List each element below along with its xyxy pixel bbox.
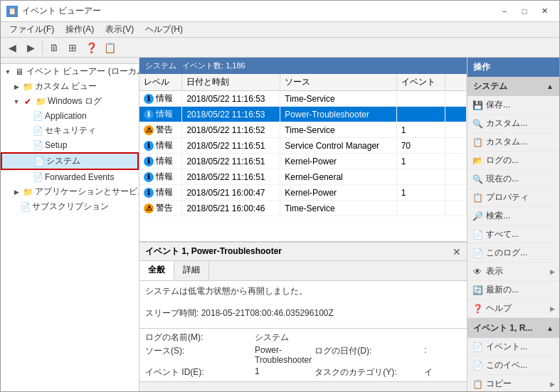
window-title: イベント ビューアー — [22, 5, 101, 17]
tree-node-app[interactable]: 📄 Application — [1, 109, 139, 123]
field-value-source: Power-Troubleshooter — [255, 345, 312, 365]
table-row[interactable]: ℹ情報 2018/05/22 11:16:51 Kernel-Power 1 — [139, 154, 467, 169]
toggle-forwarded — [23, 171, 32, 183]
action-event-detail-label: イベント... — [486, 341, 527, 353]
action-all[interactable]: 📄 すべて... — [467, 226, 559, 244]
menu-action[interactable]: 操作(A) — [60, 22, 100, 37]
table-row[interactable]: ℹ情報 2018/05/22 11:16:53 Time-Service — [139, 91, 467, 107]
actions-section-event-title: イベント 1, R... — [473, 322, 532, 334]
table-row[interactable]: ⚠警告 2018/05/22 11:16:52 Time-Service 1 — [139, 122, 467, 138]
custom2-icon: 📋 — [472, 137, 483, 148]
action-copy[interactable]: 📋 コピー ▶ — [467, 375, 559, 391]
field-value-taskcategory: イ — [424, 366, 461, 378]
main-content: ▼ 🖥 イベント ビューアー (ローカル) ▶ 📁 カスタム ビュー ▼ ✔ 📁… — [1, 58, 559, 391]
current-icon: 🔍 — [472, 174, 483, 185]
detail-message-2: スリープ時間: 2018-05-21T08:00:46.035296100Z — [145, 307, 461, 319]
properties-icon: 📋 — [472, 192, 483, 203]
tree-node-forwarded[interactable]: 📄 Forwarded Events — [1, 170, 139, 184]
tree-node-system[interactable]: 📄 システム — [1, 152, 139, 170]
tab-detail[interactable]: 詳細 — [174, 261, 209, 280]
tree-node-subscriptions[interactable]: 📄 サブスクリプション — [1, 199, 139, 214]
toggle-root: ▼ — [2, 66, 14, 78]
action-logopen[interactable]: 📂 ログの... — [467, 152, 559, 170]
menu-file[interactable]: ファイル(F) — [4, 22, 60, 37]
toolbar-btn3[interactable]: ❓ — [83, 40, 100, 55]
event-count-label: イベント数: 1,186 — [182, 60, 245, 71]
actions-section-system-header[interactable]: 操作 — [467, 58, 559, 77]
field-value-logname: システム — [255, 332, 312, 344]
actions-section-event-header[interactable]: イベント 1, R... ▲ — [467, 319, 559, 338]
menu-help[interactable]: ヘルプ(H) — [139, 22, 189, 37]
toolbar-btn1[interactable]: 🗎 — [46, 40, 63, 55]
maximize-button[interactable]: □ — [515, 4, 534, 18]
icon-winlogs: ✔ — [22, 96, 33, 107]
toolbar-back[interactable]: ◀ — [4, 40, 21, 55]
table-row[interactable]: ⚠警告 2018/05/21 16:00:46 Time-Service — [139, 201, 467, 216]
icon-setup: 📄 — [32, 139, 43, 151]
minimize-button[interactable]: − — [495, 4, 514, 18]
field-label-taskcategory: タスクのカテゴリ(Y): — [315, 366, 421, 378]
col-datetime: 日付と時刻 — [182, 74, 280, 91]
action-search[interactable]: 🔎 検索... — [467, 207, 559, 226]
action-view[interactable]: 👁 表示 ▶ — [467, 263, 559, 281]
toggle-setup — [23, 139, 32, 151]
action-this-event[interactable]: 📄 このイベ... — [467, 356, 559, 375]
tree-node-winlogs[interactable]: ▼ ✔ 📁 Windows ログ — [1, 94, 139, 109]
toolbar-btn2[interactable]: ⊞ — [64, 40, 81, 55]
actions-section-system-subheader[interactable]: システム ▲ — [467, 77, 559, 96]
action-current[interactable]: 🔍 現在の... — [467, 170, 559, 189]
cell-task — [445, 91, 467, 107]
toolbar-forward[interactable]: ▶ — [22, 40, 39, 55]
table-row[interactable]: ℹ情報 2018/05/22 11:16:51 Kernel-General — [139, 169, 467, 185]
label-custom: カスタム ビュー — [35, 80, 97, 92]
tree-node-appsvc[interactable]: ▶ 📁 アプリケーションとサービス ログ — [1, 184, 139, 199]
action-save[interactable]: 💾 保存... — [467, 96, 559, 115]
cell-source: Kernel-General — [280, 169, 396, 185]
icon-root: 🖥 — [14, 66, 25, 78]
tree-node-setup[interactable]: 📄 Setup — [1, 138, 139, 152]
action-properties[interactable]: 📋 プロパティ — [467, 189, 559, 207]
toolbar-btn4[interactable]: 📋 — [101, 40, 118, 55]
toolbar: ◀ ▶ 🗎 ⊞ ❓ 📋 — [1, 38, 559, 58]
tab-general[interactable]: 全般 — [139, 261, 174, 280]
close-button[interactable]: ✕ — [535, 4, 554, 18]
action-this-event-label: このイベ... — [486, 359, 527, 371]
action-help-label: ヘルプ — [486, 302, 512, 314]
toolbar-separator-1 — [42, 41, 43, 54]
tree-node-security[interactable]: 📄 セキュリティ — [1, 123, 139, 138]
cell-eventid: 70 — [396, 138, 445, 154]
action-save-label: 保存... — [486, 99, 510, 111]
action-event-detail[interactable]: 📄 イベント... — [467, 338, 559, 356]
label-app: Application — [45, 111, 87, 121]
label-root: イベント ビューアー (ローカル) — [26, 65, 139, 78]
action-refresh[interactable]: 🔄 最新の... — [467, 281, 559, 300]
action-thislog[interactable]: 📄 このログ... — [467, 244, 559, 263]
detail-tabs: 全般 詳細 — [139, 261, 467, 281]
cell-source: Power-Troubleshooter — [280, 107, 396, 122]
table-header-bar: システム イベント数: 1,186 — [139, 58, 467, 74]
tree-header — [1, 58, 139, 64]
event-table[interactable]: レベル 日付と時刻 ソース イベント ℹ情報 2018/05/22 11:16:… — [139, 74, 467, 241]
action-custom1[interactable]: 🔍 カスタム... — [467, 115, 559, 133]
table-area: システム イベント数: 1,186 レベル 日付と時刻 ソース イ — [139, 58, 467, 242]
table-row[interactable]: ℹ情報 2018/05/22 11:16:51 Service Control … — [139, 138, 467, 154]
tree-node-root[interactable]: ▼ 🖥 イベント ビューアー (ローカル) — [1, 64, 139, 79]
cell-datetime: 2018/05/22 11:16:51 — [182, 138, 280, 154]
view-arrow: ▶ — [550, 268, 555, 275]
cell-source: Time-Service — [280, 201, 396, 216]
toggle-subscriptions — [11, 201, 19, 213]
search-icon: 🔎 — [472, 211, 483, 222]
detail-close-button[interactable]: ✕ — [453, 246, 461, 258]
toggle-custom: ▶ — [11, 81, 22, 92]
detail-horizontal-scrollbar[interactable] — [139, 381, 467, 391]
table-row[interactable]: ℹ情報 2018/05/21 16:00:47 Kernel-Power 1 — [139, 185, 467, 201]
cell-eventid — [396, 169, 445, 185]
action-thislog-label: このログ... — [486, 247, 527, 259]
table-row[interactable]: ℹ情報 2018/05/22 11:16:53 Power-Troublesho… — [139, 107, 467, 122]
menu-view[interactable]: 表示(V) — [100, 22, 139, 37]
detail-panel: イベント 1, Power-Troubleshooter ✕ 全般 詳細 システ… — [139, 242, 467, 391]
help-arrow: ▶ — [550, 305, 555, 312]
action-custom2[interactable]: 📋 カスタム... — [467, 133, 559, 152]
action-help[interactable]: ❓ ヘルプ ▶ — [467, 300, 559, 318]
tree-node-custom[interactable]: ▶ 📁 カスタム ビュー — [1, 79, 139, 94]
